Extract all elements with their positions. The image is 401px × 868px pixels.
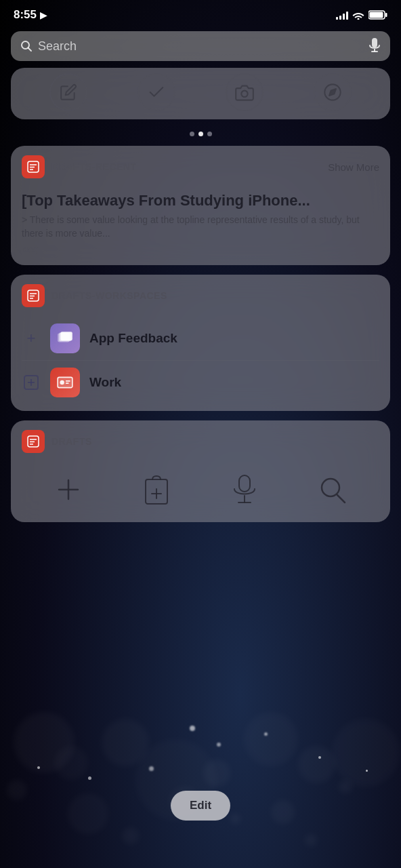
search-bar[interactable]: Search [11,31,390,61]
page-dot-1 [190,132,194,136]
workspace-icon-feedback [50,323,80,353]
signal-bars [336,10,348,20]
workspace-name-feedback: App Feedback [89,331,177,346]
time-display: 8:55 [14,8,37,22]
drafts-workspaces-header: DRAFTS-WORKSPACES [11,275,390,314]
page-dots [11,129,390,136]
svg-rect-1 [370,12,383,18]
draft-item[interactable]: [Top Takeaways From Studying iPhone... >… [11,185,390,265]
drafts-actions-header: DRAFTS [11,420,390,460]
workspace-icon-work [50,368,80,397]
svg-marker-10 [329,89,336,96]
navigate-icon-action[interactable] [314,73,352,111]
checkmark-icon-action[interactable] [138,73,175,111]
battery-icon [368,10,387,20]
drafts-workspaces-widget[interactable]: DRAFTS-WORKSPACES + App Feedback [11,275,390,411]
location-icon: ▶ [40,10,47,20]
plus-icon [54,473,83,506]
signal-bar-1 [336,17,338,20]
drafts-workspaces-header-left: DRAFTS-WORKSPACES [22,284,167,307]
drafts-actions-title: DRAFTS [51,436,92,447]
workspace-name-work: Work [89,375,121,390]
dictate-action[interactable] [217,473,272,506]
svg-rect-21 [61,332,72,340]
drafts-app-icon-actions [22,430,45,453]
svg-rect-5 [372,38,377,47]
svg-rect-2 [385,13,387,17]
drafts-app-icon-workspaces [22,284,45,307]
page-dot-2 [198,132,203,136]
drafts-recent-widget[interactable]: DRAFTS-RECENT Show More [Top Takeaways F… [11,146,390,265]
drafts-recent-title: DRAFTS-RECENT [51,161,137,172]
clipboard-draft-action[interactable] [129,473,184,506]
drafts-actions-header-left: DRAFTS [22,430,92,453]
drafts-recent-header: DRAFTS-RECENT Show More [11,146,390,185]
drafts-recent-header-left: DRAFTS-RECENT [22,155,137,178]
wifi-icon [352,10,364,20]
drafts-app-icon-recent [22,155,45,178]
search-magnify-icon [318,473,347,506]
drafts-workspaces-title: DRAFTS-WORKSPACES [51,290,167,301]
partial-widget [11,68,390,119]
camera-icon-action[interactable] [226,73,263,111]
mic-icon[interactable] [368,38,381,54]
new-draft-action[interactable] [41,473,96,506]
svg-point-42 [322,479,339,496]
workspace-item-work[interactable]: Work [11,361,390,404]
page-dot-3 [207,132,212,136]
drafts-actions-widget[interactable]: DRAFTS [11,420,390,522]
workspace-item-feedback[interactable]: + App Feedback [11,317,390,360]
signal-bar-3 [343,14,345,20]
svg-point-8 [241,91,247,97]
search-drafts-action[interactable] [305,473,360,506]
svg-line-4 [28,48,32,52]
svg-rect-39 [239,475,250,492]
draft-title: [Top Takeaways From Studying iPhone... [22,192,379,210]
search-bar-container[interactable]: Search [0,26,401,68]
widgets-area: DRAFTS-RECENT Show More [Top Takeaways F… [0,68,401,522]
quick-actions [11,460,390,522]
status-icons [336,10,387,20]
draft-tag: blog [22,244,379,254]
draft-preview: > There is some value looking at the top… [22,214,379,240]
svg-rect-25 [58,377,72,387]
add-workspace-icon-work[interactable] [22,373,41,392]
show-more-button[interactable]: Show More [328,161,379,173]
workspace-list: + App Feedback [11,314,390,411]
svg-point-27 [60,380,64,384]
clipboard-icon [143,473,170,506]
add-workspace-icon-feedback[interactable]: + [22,329,41,348]
svg-line-43 [337,495,345,502]
status-bar: 8:55 ▶ [0,0,401,26]
compose-icon-action[interactable] [49,73,87,111]
search-input[interactable]: Search [38,39,363,54]
edit-button[interactable]: Edit [171,791,230,821]
microphone-icon [232,473,257,506]
signal-bar-2 [339,16,341,20]
signal-bar-4 [346,12,348,20]
search-icon [20,40,33,52]
status-time: 8:55 ▶ [14,8,47,22]
